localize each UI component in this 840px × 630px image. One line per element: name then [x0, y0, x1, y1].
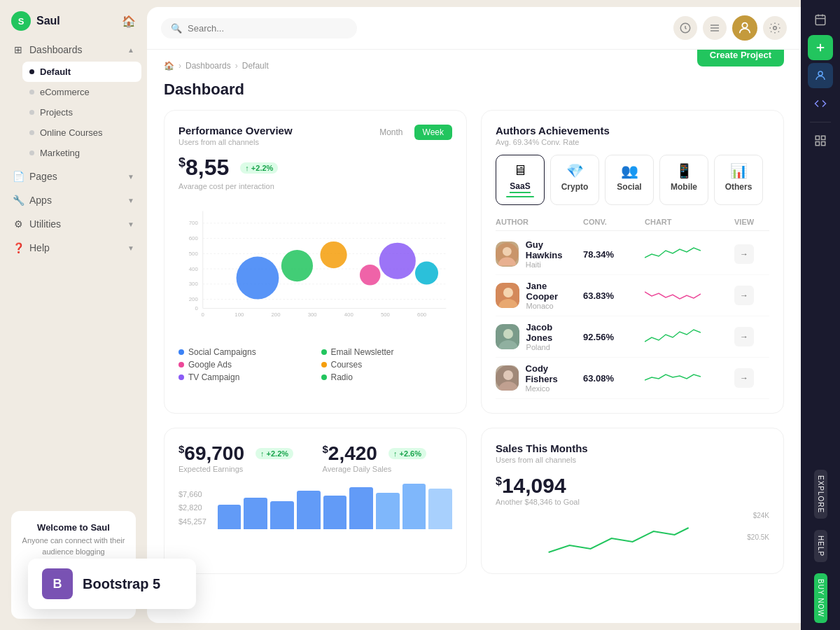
legend-label: Courses — [331, 360, 363, 370]
bootstrap-icon: B — [42, 568, 73, 599]
sidebar-nav: ⊞ Dashboards ▲ Default eCommerce — [0, 38, 147, 500]
user-avatar[interactable] — [732, 15, 757, 41]
rp-explore-label[interactable]: Explore — [814, 470, 827, 519]
sidebar-item-projects[interactable]: Projects — [22, 102, 141, 122]
svg-text:300: 300 — [308, 312, 318, 318]
tab-crypto[interactable]: 💎 Crypto — [550, 155, 599, 205]
search-box[interactable]: 🔍 — [161, 18, 357, 38]
svg-point-44 — [503, 288, 513, 298]
performance-card-header: Performance Overview Users from all chan… — [178, 125, 452, 146]
nav-dot — [29, 110, 34, 115]
menu-icon[interactable] — [703, 16, 727, 40]
legend-social: Social Campaigns — [178, 347, 310, 357]
svg-point-11 — [742, 23, 747, 28]
sidebar-item-ecommerce[interactable]: eCommerce — [22, 82, 141, 102]
sidebar-item-online-courses[interactable]: Online Courses — [22, 122, 141, 143]
daily-badge: ↑ +2.6% — [388, 448, 426, 459]
legend-courses: Courses — [321, 360, 453, 370]
sidebar-item-pages[interactable]: 📄 Pages ▼ — [6, 164, 141, 188]
rp-code-icon[interactable] — [808, 91, 833, 116]
rp-add-icon[interactable] — [808, 35, 833, 60]
col-chart: CHART — [645, 218, 729, 226]
author-avatar-2 — [496, 283, 519, 308]
svg-text:400: 400 — [189, 266, 199, 272]
authors-tabs: 🖥 SaaS 💎 Crypto 👥 Social — [496, 155, 769, 205]
author-row-2: Jane Cooper Monaco 63.83% → — [496, 275, 769, 316]
rp-calendar-icon[interactable] — [808, 7, 833, 32]
nav-dot-default — [29, 69, 34, 74]
author-name-4: Cody Fishers — [526, 363, 578, 384]
tab-saas[interactable]: 🖥 SaaS — [496, 155, 545, 205]
bar-label-3: $45,257 — [178, 515, 206, 529]
tab-month[interactable]: Month — [371, 125, 411, 140]
tab-week[interactable]: Week — [414, 125, 452, 140]
sidebar-item-apps[interactable]: 🔧 Apps ▼ — [6, 188, 141, 212]
rp-buynow-label[interactable]: Buy now — [814, 573, 827, 623]
sales-y2: $20.5K — [747, 533, 769, 541]
performance-badge: ↑ +2.2% — [240, 162, 278, 174]
sidebar-item-label: Pages — [29, 171, 57, 182]
sales-subtitle: Users from all channels — [496, 456, 769, 464]
legend-dot — [321, 374, 327, 380]
topbar: 🔍 — [147, 7, 801, 50]
tab-others[interactable]: 📊 Others — [714, 155, 763, 205]
conv-value-3: 92.56% — [583, 332, 639, 342]
mini-bar — [244, 498, 267, 529]
apps-icon: 🔧 — [13, 195, 24, 206]
tab-social[interactable]: 👥 Social — [605, 155, 654, 205]
sidebar-item-help[interactable]: ❓ Help ▼ — [6, 236, 141, 260]
notification-icon[interactable] — [673, 16, 697, 40]
dashboard-grid: Performance Overview Users from all chan… — [164, 110, 784, 414]
breadcrumb: 🏠 › Dashboards › Default — [164, 61, 269, 71]
sidebar-item-default[interactable]: Default — [22, 62, 141, 82]
nav-group-dashboards: ⊞ Dashboards ▲ Default eCommerce — [6, 38, 141, 163]
svg-text:100: 100 — [234, 312, 244, 318]
author-row-1: Guy Hawkins Haiti 78.34% → — [496, 234, 769, 275]
settings-icon[interactable] — [763, 16, 787, 40]
legend-tv: TV Campaign — [178, 372, 310, 382]
create-project-button[interactable]: Create Project — [697, 50, 784, 66]
svg-point-37 — [320, 241, 346, 268]
col-view: VIEW — [734, 218, 769, 226]
mobile-icon: 📱 — [676, 162, 693, 179]
search-input[interactable] — [188, 23, 347, 34]
mini-bar — [428, 489, 452, 529]
sidebar-item-utilities[interactable]: ⚙ Utilities ▼ — [6, 212, 141, 236]
svg-point-35 — [237, 257, 279, 300]
author-country-2: Monaco — [526, 302, 578, 310]
sidebar-item-label: Default — [40, 66, 71, 77]
performance-tabs: Month Week — [371, 125, 452, 140]
right-panel: Explore Help Buy now — [801, 0, 840, 630]
view-button-4[interactable]: → — [734, 368, 754, 388]
sidebar-back-arrow[interactable]: 🏠 — [122, 15, 136, 28]
view-button-2[interactable]: → — [734, 286, 754, 305]
mini-bar — [323, 496, 347, 529]
rp-help-label[interactable]: Help — [814, 530, 827, 562]
sales-y1: $24K — [747, 512, 769, 519]
daily-value: $2,420 — [323, 442, 377, 465]
sidebar-item-label: Dashboards — [29, 44, 83, 55]
active-line — [506, 196, 534, 197]
sidebar-header: S Saul 🏠 — [0, 0, 147, 38]
tab-mobile[interactable]: 📱 Mobile — [659, 155, 708, 205]
rp-grid-icon[interactable] — [808, 128, 833, 153]
earnings-value: $69,700 — [178, 442, 244, 465]
author-avatar-3 — [496, 324, 519, 349]
chevron-down-icon: ▼ — [127, 220, 134, 228]
rp-user-icon[interactable] — [808, 63, 833, 88]
legend-label: TV Campaign — [188, 372, 239, 382]
performance-subtitle: Users from all channels — [178, 138, 293, 146]
breadcrumb-dashboards[interactable]: Dashboards — [186, 61, 231, 71]
view-button-3[interactable]: → — [734, 327, 754, 346]
sidebar-item-label: Marketing — [40, 148, 80, 158]
legend-google: Google Ads — [178, 360, 310, 370]
sidebar-item-label: Projects — [40, 107, 73, 118]
welcome-title: Welcome to Saul — [20, 522, 127, 533]
sales-title: Sales This Months — [496, 442, 769, 454]
sidebar-item-marketing[interactable]: Marketing — [22, 143, 141, 163]
welcome-subtitle: Anyone can connect with their audience b… — [20, 536, 127, 557]
sidebar-item-dashboards[interactable]: ⊞ Dashboards ▲ — [6, 38, 141, 62]
view-button-1[interactable]: → — [734, 244, 754, 264]
sidebar-item-label: Help — [29, 242, 50, 253]
performance-label: Avarage cost per interaction — [178, 182, 452, 190]
